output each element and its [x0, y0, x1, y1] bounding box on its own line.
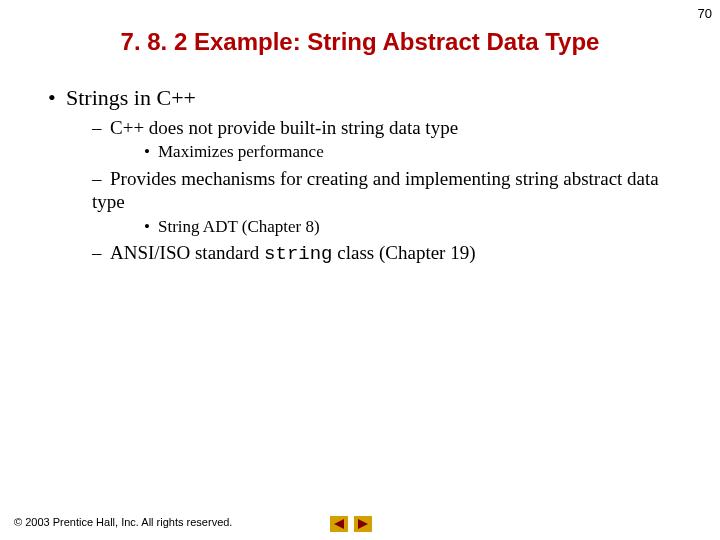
bullet-level2: –C++ does not provide built-in string da… [92, 116, 680, 140]
dash-icon: – [92, 241, 110, 265]
slide-title: 7. 8. 2 Example: String Abstract Data Ty… [0, 28, 720, 56]
bullet-dot-icon: • [144, 141, 158, 162]
level2-text-post: class (Chapter 19) [333, 242, 476, 263]
bullet-dot-icon: • [48, 84, 66, 112]
svg-marker-1 [358, 519, 368, 529]
level2-code: string [264, 243, 332, 265]
level2-text: C++ does not provide built-in string dat… [110, 117, 458, 138]
bullet-level3: •Maximizes performance [144, 141, 680, 162]
copyright-footer: © 2003 Prentice Hall, Inc. All rights re… [14, 516, 232, 528]
level2-text-pre: ANSI/ISO standard [110, 242, 264, 263]
dash-icon: – [92, 116, 110, 140]
page-number: 70 [698, 6, 712, 21]
content-area: •Strings in C++ –C++ does not provide bu… [48, 84, 680, 267]
level1-text: Strings in C++ [66, 85, 196, 110]
triangle-right-icon [358, 519, 368, 529]
bullet-level3: •String ADT (Chapter 8) [144, 216, 680, 237]
level3-text: String ADT (Chapter 8) [158, 217, 320, 236]
bullet-level2: –Provides mechanisms for creating and im… [92, 167, 680, 215]
next-button[interactable] [354, 516, 372, 532]
svg-marker-0 [334, 519, 344, 529]
nav-controls [330, 516, 372, 532]
prev-button[interactable] [330, 516, 348, 532]
bullet-level1: •Strings in C++ [48, 84, 680, 112]
bullet-level2: –ANSI/ISO standard string class (Chapter… [92, 241, 680, 267]
dash-icon: – [92, 167, 110, 191]
level3-text: Maximizes performance [158, 142, 324, 161]
level2-text: Provides mechanisms for creating and imp… [92, 168, 659, 213]
bullet-dot-icon: • [144, 216, 158, 237]
triangle-left-icon [334, 519, 344, 529]
